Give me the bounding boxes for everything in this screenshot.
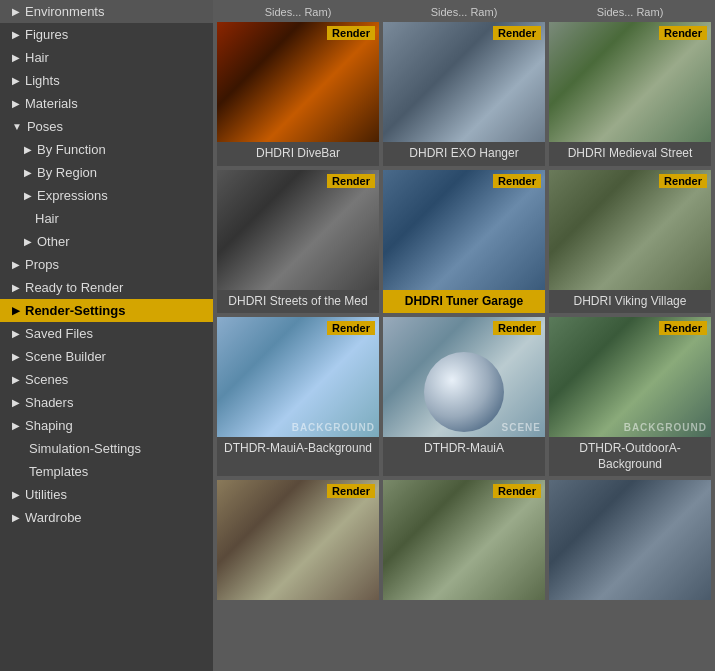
sidebar-item-label: Figures [25, 27, 68, 42]
render-badge: Render [327, 26, 375, 40]
sidebar-item-saved-files[interactable]: ▶Saved Files [0, 322, 213, 345]
render-badge: Render [327, 484, 375, 498]
sidebar-item-label: Poses [27, 119, 63, 134]
card-item[interactable]: RenderDHDRI EXO Hanger [383, 22, 545, 166]
sidebar-item-label: Hair [25, 50, 49, 65]
arrow-icon: ▶ [12, 259, 20, 270]
sidebar-item-label: By Function [37, 142, 106, 157]
sidebar-item-utilities[interactable]: ▶Utilities [0, 483, 213, 506]
card-item[interactable]: Render [383, 480, 545, 600]
card-title: DHDRI Streets of the Med [226, 290, 369, 314]
card-thumbnail: RenderBACKGROUND [217, 317, 379, 437]
card-thumbnail: RenderSCENE [383, 317, 545, 437]
arrow-icon: ▶ [12, 512, 20, 523]
card-item[interactable] [549, 480, 711, 600]
main-content: Sides... Ram) Sides... Ram) Sides... Ram… [213, 0, 715, 671]
thumb-overlay-label: BACKGROUND [292, 422, 375, 433]
render-badge: Render [493, 174, 541, 188]
sidebar-item-label: Materials [25, 96, 78, 111]
card-title: DTHDR-MauiA [422, 437, 506, 461]
sidebar-item-simulation-settings[interactable]: Simulation-Settings [0, 437, 213, 460]
sidebar-item-materials[interactable]: ▶Materials [0, 92, 213, 115]
top-labels: Sides... Ram) Sides... Ram) Sides... Ram… [217, 4, 711, 20]
card-thumbnail: RenderBACKGROUND [549, 317, 711, 437]
card-thumbnail [549, 480, 711, 600]
render-badge: Render [659, 26, 707, 40]
sidebar-item-poses[interactable]: ▼Poses [0, 115, 213, 138]
sidebar-item-label: Render-Settings [25, 303, 125, 318]
render-badge: Render [493, 484, 541, 498]
card-item[interactable]: Render [217, 480, 379, 600]
card-thumbnail: Render [549, 170, 711, 290]
sidebar-item-label: Shaping [25, 418, 73, 433]
arrow-icon: ▶ [24, 190, 32, 201]
arrow-icon: ▶ [12, 282, 20, 293]
sidebar-item-ready-to-render[interactable]: ▶Ready to Render [0, 276, 213, 299]
sidebar-item-by-region[interactable]: ▶By Region [0, 161, 213, 184]
arrow-icon: ▶ [12, 489, 20, 500]
arrow-icon: ▶ [12, 98, 20, 109]
arrow-icon: ▶ [12, 29, 20, 40]
arrow-icon: ▶ [24, 144, 32, 155]
sidebar-item-label: Ready to Render [25, 280, 123, 295]
card-thumbnail: Render [217, 22, 379, 142]
sidebar-item-hair[interactable]: Hair [0, 207, 213, 230]
sidebar-item-lights[interactable]: ▶Lights [0, 69, 213, 92]
card-item[interactable]: RenderSCENEDTHDR-MauiA [383, 317, 545, 476]
card-title: DHDRI Medieval Street [566, 142, 695, 166]
card-item[interactable]: RenderBACKGROUNDDTHDR-OutdoorA-Backgroun… [549, 317, 711, 476]
sidebar-item-scene-builder[interactable]: ▶Scene Builder [0, 345, 213, 368]
sidebar-item-by-function[interactable]: ▶By Function [0, 138, 213, 161]
arrow-icon: ▶ [12, 420, 20, 431]
sidebar-item-label: Wardrobe [25, 510, 82, 525]
thumb-overlay-label: BACKGROUND [624, 422, 707, 433]
card-item[interactable]: RenderDHDRI Tuner Garage [383, 170, 545, 314]
card-thumbnail: Render [383, 22, 545, 142]
card-title: DHDRI Viking Village [572, 290, 689, 314]
sidebar-item-expressions[interactable]: ▶Expressions [0, 184, 213, 207]
sidebar-item-label: Shaders [25, 395, 73, 410]
sidebar: ▶Environments▶Figures▶Hair▶Lights▶Materi… [0, 0, 213, 671]
card-item[interactable]: RenderDHDRI Viking Village [549, 170, 711, 314]
sphere-visual [424, 352, 504, 432]
sidebar-item-label: Props [25, 257, 59, 272]
sidebar-item-label: Utilities [25, 487, 67, 502]
sidebar-item-props[interactable]: ▶Props [0, 253, 213, 276]
render-badge: Render [493, 26, 541, 40]
sidebar-item-scenes[interactable]: ▶Scenes [0, 368, 213, 391]
card-item[interactable]: RenderDHDRI DiveBar [217, 22, 379, 166]
card-item[interactable]: RenderDHDRI Medieval Street [549, 22, 711, 166]
thumb-overlay-label: SCENE [502, 422, 541, 433]
arrow-icon: ▶ [12, 305, 20, 316]
render-badge: Render [659, 321, 707, 335]
card-thumbnail: Render [217, 480, 379, 600]
sidebar-item-shaders[interactable]: ▶Shaders [0, 391, 213, 414]
card-thumbnail: Render [383, 170, 545, 290]
card-title: DHDRI EXO Hanger [407, 142, 520, 166]
card-title: DTHDR-MauiA-Background [222, 437, 374, 461]
top-label-3: Sides... Ram) [549, 4, 711, 20]
card-title: DTHDR-OutdoorA-Background [549, 437, 711, 476]
sidebar-item-figures[interactable]: ▶Figures [0, 23, 213, 46]
card-item[interactable]: RenderBACKGROUNDDTHDR-MauiA-Background [217, 317, 379, 476]
sidebar-item-wardrobe[interactable]: ▶Wardrobe [0, 506, 213, 529]
arrow-icon: ▶ [24, 236, 32, 247]
sidebar-item-other[interactable]: ▶Other [0, 230, 213, 253]
sidebar-item-label: Environments [25, 4, 104, 19]
card-thumbnail: Render [217, 170, 379, 290]
render-badge: Render [327, 321, 375, 335]
sidebar-item-environments[interactable]: ▶Environments [0, 0, 213, 23]
card-thumbnail: Render [549, 22, 711, 142]
arrow-icon: ▼ [12, 121, 22, 132]
sidebar-item-shaping[interactable]: ▶Shaping [0, 414, 213, 437]
card-item[interactable]: RenderDHDRI Streets of the Med [217, 170, 379, 314]
sidebar-item-templates[interactable]: Templates [0, 460, 213, 483]
sidebar-item-hair[interactable]: ▶Hair [0, 46, 213, 69]
sidebar-item-label: Simulation-Settings [29, 441, 141, 456]
render-badge: Render [659, 174, 707, 188]
arrow-icon: ▶ [12, 397, 20, 408]
sidebar-item-render-settings[interactable]: ▶Render-Settings [0, 299, 213, 322]
card-title: DHDRI DiveBar [254, 142, 342, 166]
sidebar-item-label: Templates [29, 464, 88, 479]
arrow-icon: ▶ [24, 167, 32, 178]
